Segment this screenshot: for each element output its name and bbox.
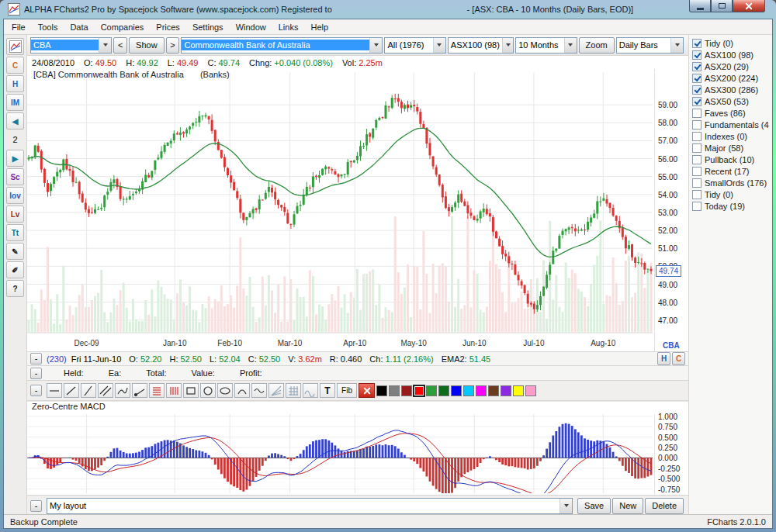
color-swatch[interactable]: [488, 385, 499, 396]
checkbox[interactable]: [692, 74, 702, 83]
watchlist-item[interactable]: Fundamentals (4: [692, 119, 772, 130]
menu-prices[interactable]: Prices: [150, 21, 186, 33]
checkbox[interactable]: [692, 178, 702, 188]
tool-hatch-h-icon[interactable]: [149, 383, 165, 398]
company-combobox[interactable]: Commonwealth Bank of Australia: [181, 37, 383, 54]
tool-grid-icon[interactable]: [286, 383, 301, 398]
tool-ellipse-icon[interactable]: [217, 383, 233, 398]
symbol-input[interactable]: CBA: [31, 40, 99, 50]
chevron-down-icon[interactable]: [433, 38, 445, 53]
tool-fibonacci-icon[interactable]: Fib: [337, 383, 357, 398]
collapse-button[interactable]: -: [30, 368, 42, 379]
scanner-icon[interactable]: Sc: [6, 168, 24, 185]
color-swatch[interactable]: [525, 385, 536, 396]
group-value[interactable]: All (1976): [385, 40, 432, 50]
contracts-icon[interactable]: C: [6, 57, 24, 74]
color-swatch[interactable]: [376, 385, 387, 396]
checkbox[interactable]: [692, 190, 702, 199]
highlight-icon[interactable]: H: [6, 75, 24, 92]
levels-icon[interactable]: Lv: [6, 206, 24, 223]
macd-chart[interactable]: [27, 414, 653, 493]
menu-links[interactable]: Links: [272, 21, 305, 33]
tool-ddouble-icon[interactable]: [98, 383, 113, 398]
period-value[interactable]: 10 Months: [516, 40, 563, 50]
tool-circle-icon[interactable]: [200, 383, 216, 398]
tool-ray-icon[interactable]: [132, 383, 147, 398]
layout-value[interactable]: My layout: [47, 500, 559, 511]
watchlist-item[interactable]: ASX100 (98): [692, 49, 772, 60]
checkbox[interactable]: [692, 167, 702, 176]
macd-panel[interactable]: 1.0000.7500.5000.2500.000-0.250-0.500-0.…: [27, 413, 688, 495]
checkbox[interactable]: [692, 85, 702, 95]
chevron-down-icon[interactable]: [559, 499, 572, 513]
draw-wand-icon[interactable]: ✐: [6, 261, 24, 278]
watchlist-item[interactable]: Faves (86): [692, 107, 772, 119]
index-value[interactable]: ASX100 (98): [449, 40, 502, 50]
watchlist-item[interactable]: Major (58): [692, 142, 772, 154]
checkbox[interactable]: [692, 143, 702, 153]
tool-delete-icon[interactable]: [359, 383, 375, 398]
price-chart[interactable]: [CBA] Commonwealth Bank of Australia (Ba…: [27, 69, 688, 351]
watchlist-item[interactable]: Indexes (0): [692, 130, 772, 142]
checkbox[interactable]: [692, 109, 702, 118]
text-notes-icon[interactable]: Tt: [6, 224, 24, 241]
menu-settings[interactable]: Settings: [186, 21, 230, 33]
collapse-button[interactable]: -: [30, 385, 42, 396]
delete-layout-button[interactable]: Delete: [645, 498, 684, 514]
chevron-down-icon[interactable]: [369, 38, 382, 53]
menu-file[interactable]: File: [5, 21, 32, 33]
group-combobox[interactable]: All (1976): [384, 37, 445, 54]
show-button[interactable]: Show: [129, 37, 165, 54]
title-bar[interactable]: ALPHA FCharts2 Pro by Spacejock Software…: [3, 0, 773, 19]
prev-button[interactable]: <: [113, 37, 127, 54]
period-combobox[interactable]: 10 Months: [515, 37, 577, 54]
tool-hatch-v-icon[interactable]: [166, 383, 182, 398]
watchlist-item[interactable]: ASX200 (224): [692, 72, 772, 84]
checkbox[interactable]: [692, 132, 702, 141]
watchlist-item[interactable]: ASX50 (53): [692, 95, 772, 107]
new-layout-button[interactable]: New: [612, 498, 643, 514]
prev-stock-icon[interactable]: ◀: [6, 112, 24, 130]
intraday-icon[interactable]: IM: [6, 94, 24, 111]
color-swatch[interactable]: [401, 385, 412, 396]
tool-diag1-icon[interactable]: [64, 383, 79, 398]
mini-chart-icon[interactable]: [6, 38, 24, 55]
menu-companies[interactable]: Companies: [95, 21, 151, 33]
save-layout-button[interactable]: Save: [577, 498, 611, 514]
chevron-down-icon[interactable]: [564, 38, 577, 53]
chevron-down-icon[interactable]: [670, 38, 683, 53]
color-swatch[interactable]: [451, 385, 462, 396]
indicators-icon[interactable]: Iov: [6, 187, 24, 204]
watchlist-item[interactable]: SmallOrds (176): [692, 177, 772, 188]
chevron-down-icon[interactable]: [502, 38, 514, 53]
menu-data[interactable]: Data: [64, 21, 94, 33]
color-swatch[interactable]: [426, 385, 437, 396]
tool-freehand-icon[interactable]: [115, 383, 130, 398]
checkbox[interactable]: [692, 39, 702, 48]
collapse-button[interactable]: -: [30, 500, 42, 512]
pencil-icon[interactable]: ✎: [6, 243, 24, 260]
highlight-button[interactable]: H: [657, 352, 670, 365]
watchlist-item[interactable]: Tidy (0): [692, 188, 772, 200]
contracts-button[interactable]: C: [672, 352, 685, 365]
symbol-combobox[interactable]: CBA: [30, 37, 112, 54]
checkbox[interactable]: [692, 120, 702, 130]
tool-cycle-icon[interactable]: [303, 383, 318, 398]
help-icon[interactable]: ?: [6, 280, 24, 297]
zoom-button[interactable]: Zoom: [579, 37, 615, 54]
color-swatch[interactable]: [476, 385, 487, 396]
watchlist-item[interactable]: Tidy (0): [692, 37, 772, 49]
chevron-down-icon[interactable]: [99, 38, 111, 53]
tool-rect-icon[interactable]: [183, 383, 199, 398]
next-stock-icon[interactable]: ▶: [6, 150, 24, 167]
color-swatch[interactable]: [414, 385, 424, 396]
watchlist-item[interactable]: Today (19): [692, 200, 772, 212]
checkbox[interactable]: [692, 202, 702, 211]
watchlist-item[interactable]: ASX300 (286): [692, 84, 772, 95]
tool-hline-icon[interactable]: [47, 383, 62, 398]
color-swatch[interactable]: [389, 385, 400, 396]
checkbox[interactable]: [692, 97, 702, 106]
minimize-button[interactable]: [689, 0, 711, 12]
color-swatch[interactable]: [513, 385, 524, 396]
menu-help[interactable]: Help: [304, 21, 334, 33]
